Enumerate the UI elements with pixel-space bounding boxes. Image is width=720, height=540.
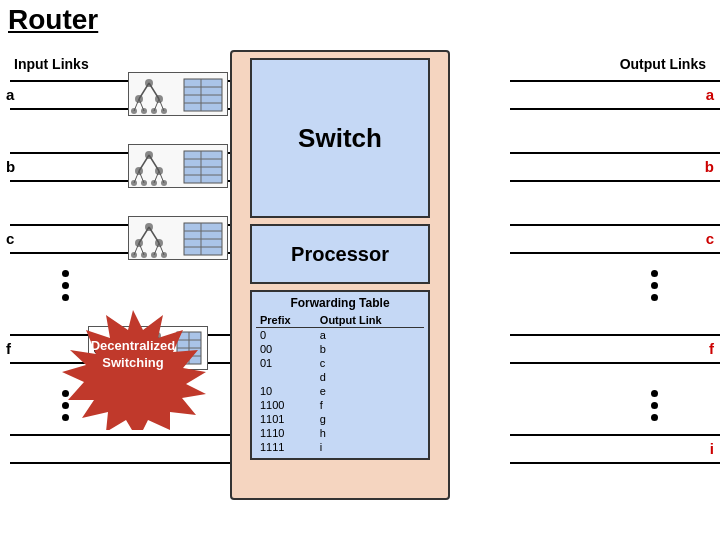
svg-line-4	[149, 83, 159, 99]
svg-line-3	[139, 83, 149, 99]
output-link-f	[510, 334, 720, 364]
dots-left-top	[62, 270, 69, 301]
cell-output: d	[316, 370, 424, 384]
label-b-left: b	[6, 152, 15, 182]
output-links-label: Output Links	[620, 56, 706, 72]
table-row: 0a	[256, 328, 424, 343]
port-card-svg-b	[129, 145, 229, 189]
svg-line-39	[139, 227, 149, 243]
col-header-prefix: Prefix	[256, 313, 316, 328]
cell-output: b	[316, 342, 424, 356]
output-link-i	[510, 434, 720, 464]
switch-box: Switch	[250, 58, 430, 218]
cell-prefix: 1110	[256, 426, 316, 440]
dots-right-top	[651, 270, 658, 301]
central-panel: Switch Processor Forwarding Table Prefix…	[230, 50, 450, 500]
page-title: Router	[8, 4, 98, 36]
table-row: 1100f	[256, 398, 424, 412]
cell-output: h	[316, 426, 424, 440]
col-header-output: Output Link	[316, 313, 424, 328]
svg-line-22	[149, 155, 159, 171]
table-row: d	[256, 370, 424, 384]
forwarding-table: Forwarding Table Prefix Output Link 0a00…	[250, 290, 430, 460]
table-row: 00b	[256, 342, 424, 356]
svg-line-40	[149, 227, 159, 243]
dots-right-bottom	[651, 390, 658, 421]
svg-line-21	[139, 155, 149, 171]
forwarding-table-title: Forwarding Table	[256, 296, 424, 310]
label-f-right: f	[709, 334, 714, 364]
label-b-right: b	[705, 152, 714, 182]
table-row: 1110h	[256, 426, 424, 440]
port-card-svg-c	[129, 217, 229, 261]
cell-prefix: 01	[256, 356, 316, 370]
input-link-i	[10, 434, 230, 464]
label-f-left: f	[6, 334, 11, 364]
cell-output: g	[316, 412, 424, 426]
table-row: 1101g	[256, 412, 424, 426]
cell-prefix: 00	[256, 342, 316, 356]
label-i-right: i	[710, 434, 714, 464]
cell-output: f	[316, 398, 424, 412]
cell-prefix: 1100	[256, 398, 316, 412]
switch-label: Switch	[298, 123, 382, 154]
cell-output: i	[316, 440, 424, 454]
forwarding-table-data: Prefix Output Link 0a00b01cd10e1100f1101…	[256, 313, 424, 454]
port-card-svg-a	[129, 73, 229, 117]
output-link-a	[510, 80, 720, 110]
cell-prefix: 10	[256, 384, 316, 398]
cell-output: a	[316, 328, 424, 343]
port-card-b	[128, 144, 228, 188]
input-links-label: Input Links	[14, 56, 89, 72]
output-link-b	[510, 152, 720, 182]
label-a-left: a	[6, 80, 14, 110]
port-card-c	[128, 216, 228, 260]
port-card-a	[128, 72, 228, 116]
processor-label: Processor	[291, 243, 389, 266]
label-c-left: c	[6, 224, 14, 254]
cell-prefix: 1111	[256, 440, 316, 454]
decentralized-label: Decentralized Switching	[68, 338, 198, 372]
output-link-c	[510, 224, 720, 254]
table-row: 1111i	[256, 440, 424, 454]
label-c-right: c	[706, 224, 714, 254]
cell-prefix	[256, 370, 316, 384]
cell-prefix: 0	[256, 328, 316, 343]
cell-prefix: 1101	[256, 412, 316, 426]
table-row: 01c	[256, 356, 424, 370]
cell-output: c	[316, 356, 424, 370]
processor-box: Processor	[250, 224, 430, 284]
table-row: 10e	[256, 384, 424, 398]
label-a-right: a	[706, 80, 714, 110]
cell-output: e	[316, 384, 424, 398]
